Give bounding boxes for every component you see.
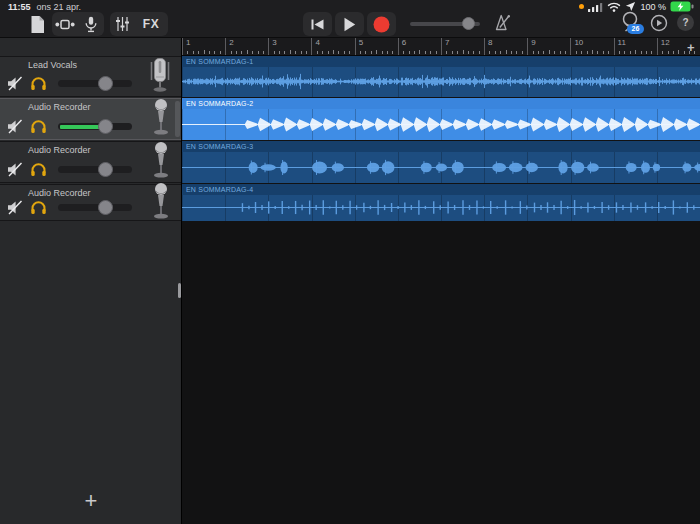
ruler-bar-number: 12 <box>661 38 670 47</box>
track-header-row[interactable]: Lead Vocals <box>0 56 181 97</box>
headphones-icon <box>30 119 47 134</box>
mic-in-use-indicator <box>579 4 584 9</box>
ruler-bar-cell: 8 <box>484 38 527 55</box>
track-volume-slider[interactable] <box>58 123 132 130</box>
top-toolbar: 11:55 ons 21 apr. 1 <box>0 0 700 38</box>
audio-region[interactable]: EN SOMMARDAG-4 <box>182 184 700 221</box>
go-to-beginning-button[interactable] <box>303 12 332 36</box>
ruler-bar-cell: 11 <box>614 38 657 55</box>
bar-ruler[interactable]: 123456789101112 <box>182 38 700 56</box>
headphones-icon <box>30 76 47 91</box>
region-waveform <box>182 184 700 221</box>
document-icon <box>30 15 45 34</box>
metronome-button[interactable] <box>494 14 512 35</box>
tracks-view-icon <box>55 19 75 30</box>
ruler-bar-number: 1 <box>186 38 190 47</box>
muted-speaker-icon <box>7 200 24 215</box>
ruler-bar-number: 10 <box>574 38 583 47</box>
track-volume-knob[interactable] <box>98 76 113 91</box>
ruler-bar-number: 9 <box>531 38 535 47</box>
mixer-fx-group: FX <box>110 12 168 36</box>
mute-button[interactable] <box>7 119 24 134</box>
tracks-view-button[interactable] <box>52 12 78 36</box>
record-button[interactable] <box>367 12 396 36</box>
condenser-mic-icon <box>147 57 173 93</box>
help-button[interactable]: ? <box>677 14 694 31</box>
cellular-signal-icon <box>588 2 603 12</box>
transport-controls <box>302 12 396 36</box>
track-volume-knob[interactable] <box>98 162 113 177</box>
fx-label: FX <box>143 17 159 31</box>
stage-mic-icon <box>149 98 173 136</box>
ruler-bar-number: 3 <box>272 38 276 47</box>
track-volume-slider[interactable] <box>58 80 132 87</box>
mute-button[interactable] <box>7 162 24 177</box>
monitor-button[interactable] <box>30 162 47 177</box>
fx-button[interactable]: FX <box>134 12 168 36</box>
microphone-icon <box>85 16 97 33</box>
audio-region[interactable]: EN SOMMARDAG-3 <box>182 141 700 183</box>
faders-icon <box>115 16 130 32</box>
my-songs-button[interactable] <box>26 12 48 36</box>
track-name: Lead Vocals <box>28 60 77 70</box>
view-toggle-group <box>52 12 104 36</box>
play-icon <box>343 17 356 32</box>
wifi-icon <box>607 2 621 12</box>
ruler-bar-number: 6 <box>402 38 406 47</box>
ruler-bar-cell: 1 <box>182 38 225 55</box>
track-header-row[interactable]: Audio Recorder <box>0 98 181 140</box>
ruler-bar-number: 2 <box>229 38 233 47</box>
add-track-button[interactable]: + <box>78 488 104 514</box>
record-icon <box>373 16 390 33</box>
ruler-bar-cell: 2 <box>225 38 268 55</box>
rewind-to-start-icon <box>310 18 325 31</box>
master-volume-slider[interactable] <box>410 22 480 26</box>
stage-mic-image <box>149 141 173 183</box>
mute-button[interactable] <box>7 76 24 91</box>
ruler-bar-cell: 4 <box>311 38 354 55</box>
audio-region[interactable]: EN SOMMARDAG-1 <box>182 56 700 97</box>
ruler-bar-number: 5 <box>359 38 363 47</box>
track-name: Audio Recorder <box>28 102 91 112</box>
monitor-button[interactable] <box>30 119 47 134</box>
track-header-row[interactable]: Audio Recorder <box>0 184 181 221</box>
track-volume-slider[interactable] <box>58 166 132 173</box>
region-waveform <box>182 56 700 97</box>
battery-percent: 100 % <box>640 2 666 12</box>
add-bars-button[interactable]: + <box>687 40 695 55</box>
play-button[interactable] <box>335 12 364 36</box>
instrument-view-button[interactable] <box>78 12 104 36</box>
muted-speaker-icon <box>7 162 24 177</box>
input-level-meter <box>60 125 102 129</box>
scroll-indicator[interactable] <box>178 283 181 298</box>
track-volume-knob[interactable] <box>98 200 113 215</box>
mute-button[interactable] <box>7 200 24 215</box>
loop-count-badge: 26 <box>627 24 644 34</box>
condenser-mic-image <box>147 57 173 97</box>
ruler-bar-number: 7 <box>445 38 449 47</box>
monitor-button[interactable] <box>30 76 47 91</box>
track-header-row[interactable]: Audio Recorder <box>0 141 181 183</box>
track-name: Audio Recorder <box>28 188 91 198</box>
monitor-button[interactable] <box>30 200 47 215</box>
garageband-app: 11:55 ons 21 apr. 1 <box>0 0 700 524</box>
battery-icon <box>670 1 694 12</box>
stage-mic-image <box>149 98 173 140</box>
selected-track-handle <box>175 101 180 137</box>
settings-button[interactable] <box>650 14 668 32</box>
region-waveform <box>182 98 700 140</box>
ruler-bar-number: 8 <box>488 38 492 47</box>
ruler-bar-number: 4 <box>315 38 319 47</box>
master-volume-knob[interactable] <box>462 17 475 30</box>
muted-speaker-icon <box>7 76 24 91</box>
track-name: Audio Recorder <box>28 145 91 155</box>
ruler-bar-cell: 7 <box>441 38 484 55</box>
track-volume-knob[interactable] <box>98 119 113 134</box>
track-controls-button[interactable] <box>110 12 134 36</box>
help-label: ? <box>682 17 688 28</box>
ruler-bar-number: 11 <box>618 38 626 47</box>
audio-region[interactable]: EN SOMMARDAG-2 <box>182 98 700 140</box>
muted-speaker-icon <box>7 119 24 134</box>
settings-icon <box>650 14 668 32</box>
track-volume-slider[interactable] <box>58 204 132 211</box>
